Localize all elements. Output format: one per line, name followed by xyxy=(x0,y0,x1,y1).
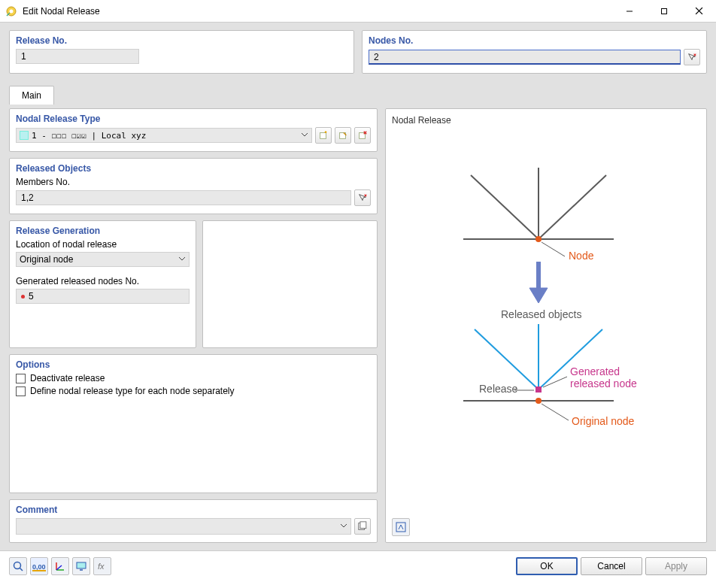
nodal-release-type-group: Nodal Release Type 1 - ☐☐☐ ☐☑☑ | Local x… xyxy=(9,108,378,152)
comment-library-button[interactable] xyxy=(354,518,371,535)
preview-title: Nodal Release xyxy=(392,115,700,126)
node-dot-icon xyxy=(21,295,25,299)
svg-rect-16 xyxy=(360,522,366,529)
new-type-button[interactable] xyxy=(315,127,332,144)
define-each-node-checkbox[interactable]: Define nodal release type for each node … xyxy=(16,386,371,396)
script-button[interactable]: fx xyxy=(93,557,111,575)
type-color-swatch xyxy=(20,131,29,140)
minimize-button[interactable] xyxy=(612,0,647,22)
right-column: Nodal Release Node xyxy=(385,108,707,543)
svg-point-1 xyxy=(10,9,14,13)
dialog-body: Release No. Nodes No. Main Nodal Release… xyxy=(0,23,716,550)
svg-point-35 xyxy=(14,562,21,568)
units-button[interactable]: 0,00 xyxy=(30,557,48,575)
generated-nodes-field: 5 xyxy=(16,289,190,304)
members-no-input[interactable] xyxy=(16,190,351,205)
nodal-release-type-select[interactable]: 1 - ☐☐☐ ☐☑☑ | Local xyz xyxy=(16,128,312,143)
nodes-no-group: Nodes No. xyxy=(362,30,707,74)
delete-type-button[interactable] xyxy=(354,127,371,144)
checkbox-icon xyxy=(16,374,26,383)
svg-line-17 xyxy=(471,175,539,239)
svg-point-30 xyxy=(535,398,542,404)
svg-line-19 xyxy=(539,175,606,239)
svg-rect-28 xyxy=(535,386,542,393)
comment-combo[interactable] xyxy=(16,518,351,535)
tab-main[interactable]: Main xyxy=(9,86,54,105)
deactivate-release-label: Deactivate release xyxy=(30,373,105,383)
ok-button[interactable]: OK xyxy=(516,557,578,575)
preview-footer xyxy=(392,518,700,536)
edit-type-button[interactable] xyxy=(335,127,351,144)
release-generation-row: Release Generation Location of nodal rel… xyxy=(9,220,378,348)
left-column: Nodal Release Type 1 - ☐☐☐ ☐☑☑ | Local x… xyxy=(9,108,378,543)
deactivate-release-checkbox[interactable]: Deactivate release xyxy=(16,373,371,383)
members-no-label: Members No. xyxy=(16,177,371,187)
svg-line-33 xyxy=(542,404,569,420)
window-controls xyxy=(612,0,716,22)
generated-nodes-value: 5 xyxy=(29,291,34,302)
top-fields: Release No. Nodes No. xyxy=(9,30,707,74)
nodes-no-label: Nodes No. xyxy=(369,35,700,46)
nodal-release-type-label: Nodal Release Type xyxy=(16,114,371,124)
dialog-footer: 0,00 fx OK Cancel Apply xyxy=(0,550,716,580)
svg-rect-34 xyxy=(396,523,405,532)
location-select[interactable]: Original node xyxy=(16,252,190,267)
location-label: Location of nodal release xyxy=(16,239,190,250)
released-objects-label: Released Objects xyxy=(16,163,371,174)
diagram-generated-label-1: Generated xyxy=(570,365,620,377)
chevron-down-icon xyxy=(301,130,308,141)
chevron-down-icon xyxy=(178,254,186,265)
content-area: Nodal Release Type 1 - ☐☐☐ ☐☑☑ | Local x… xyxy=(9,108,707,543)
maximize-button[interactable] xyxy=(647,0,681,22)
comment-group: Comment xyxy=(9,499,378,543)
options-group: Options Deactivate release Define nodal … xyxy=(9,354,378,493)
diagram-original-node-label: Original node xyxy=(572,415,634,427)
release-no-input[interactable] xyxy=(16,49,139,64)
coordinates-button[interactable] xyxy=(51,557,69,575)
svg-rect-3 xyxy=(662,8,667,14)
svg-line-25 xyxy=(475,329,539,389)
nodes-no-input[interactable] xyxy=(369,50,681,65)
release-generation-group: Release Generation Location of nodal rel… xyxy=(9,220,196,348)
help-button[interactable] xyxy=(9,557,27,575)
svg-line-22 xyxy=(542,242,565,256)
app-icon xyxy=(5,5,17,17)
define-each-node-label: Define nodal release type for each node … xyxy=(30,386,235,396)
svg-rect-8 xyxy=(320,133,326,139)
comment-label: Comment xyxy=(16,505,371,515)
svg-rect-42 xyxy=(77,562,86,568)
diagram-release-label: Release xyxy=(479,383,518,395)
svg-marker-24 xyxy=(529,288,548,303)
svg-line-36 xyxy=(20,568,23,571)
svg-line-41 xyxy=(56,565,62,570)
svg-point-21 xyxy=(535,236,542,242)
nodal-release-type-value: 1 - ☐☐☐ ☐☑☑ | Local xyz xyxy=(32,131,146,141)
options-label: Options xyxy=(16,359,371,370)
generated-nodes-label: Generated released nodes No. xyxy=(16,276,190,286)
pick-nodes-button[interactable] xyxy=(684,49,700,65)
pick-members-button[interactable] xyxy=(354,189,371,206)
svg-text:0,00: 0,00 xyxy=(32,563,46,571)
apply-button[interactable]: Apply xyxy=(645,557,707,575)
display-button[interactable] xyxy=(72,557,90,575)
preview-settings-button[interactable] xyxy=(392,518,410,536)
checkbox-icon xyxy=(16,386,26,396)
released-objects-group: Released Objects Members No. xyxy=(9,158,378,214)
release-no-group: Release No. xyxy=(9,30,354,74)
preview-panel: Nodal Release Node xyxy=(385,108,707,543)
cancel-button[interactable]: Cancel xyxy=(581,557,642,575)
diagram-generated-label-2: released node xyxy=(570,377,637,389)
window-title: Edit Nodal Release xyxy=(23,6,612,17)
tab-bar: Main xyxy=(9,83,707,104)
chevron-down-icon xyxy=(340,521,347,532)
svg-text:fx: fx xyxy=(98,562,105,571)
location-value: Original node xyxy=(20,254,73,265)
diagram-released-objects-label: Released objects xyxy=(501,308,581,320)
diagram-node-label: Node xyxy=(569,250,594,262)
close-button[interactable] xyxy=(681,0,716,22)
release-no-label: Release No. xyxy=(16,35,347,46)
nodal-release-diagram: Node Released objects xyxy=(392,126,700,518)
titlebar: Edit Nodal Release xyxy=(0,0,716,23)
release-generation-label: Release Generation xyxy=(16,226,190,236)
empty-panel xyxy=(202,220,378,348)
